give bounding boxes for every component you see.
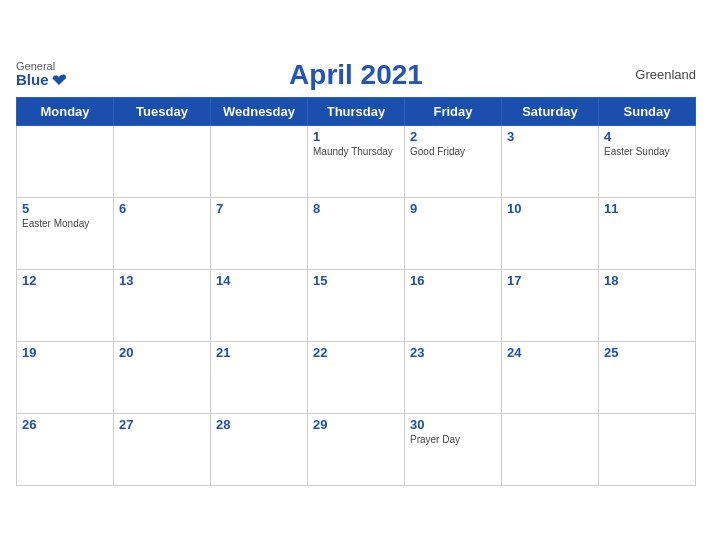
calendar-week-row: 1Maundy Thursday2Good Friday34Easter Sun… bbox=[17, 125, 696, 197]
calendar-cell: 20 bbox=[114, 341, 211, 413]
day-number: 15 bbox=[313, 273, 399, 288]
calendar-week-row: 19202122232425 bbox=[17, 341, 696, 413]
day-number: 7 bbox=[216, 201, 302, 216]
calendar-cell: 15 bbox=[308, 269, 405, 341]
weekday-header-monday: Monday bbox=[17, 97, 114, 125]
weekday-header-saturday: Saturday bbox=[502, 97, 599, 125]
day-number: 24 bbox=[507, 345, 593, 360]
calendar-week-row: 12131415161718 bbox=[17, 269, 696, 341]
weekday-header-wednesday: Wednesday bbox=[211, 97, 308, 125]
day-number: 19 bbox=[22, 345, 108, 360]
day-number: 14 bbox=[216, 273, 302, 288]
calendar-title: April 2021 bbox=[289, 59, 423, 91]
day-number: 29 bbox=[313, 417, 399, 432]
holiday-name: Easter Sunday bbox=[604, 146, 690, 158]
calendar-cell: 21 bbox=[211, 341, 308, 413]
calendar-cell: 8 bbox=[308, 197, 405, 269]
day-number: 17 bbox=[507, 273, 593, 288]
calendar-cell: 12 bbox=[17, 269, 114, 341]
weekday-header-row: MondayTuesdayWednesdayThursdayFridaySatu… bbox=[17, 97, 696, 125]
calendar-cell: 9 bbox=[405, 197, 502, 269]
calendar-header: General Blue April 2021 Greenland bbox=[16, 59, 696, 91]
day-number: 6 bbox=[119, 201, 205, 216]
day-number: 9 bbox=[410, 201, 496, 216]
day-number: 20 bbox=[119, 345, 205, 360]
day-number: 4 bbox=[604, 129, 690, 144]
day-number: 10 bbox=[507, 201, 593, 216]
day-number: 25 bbox=[604, 345, 690, 360]
calendar-cell bbox=[502, 413, 599, 485]
day-number: 3 bbox=[507, 129, 593, 144]
calendar-cell bbox=[17, 125, 114, 197]
weekday-header-friday: Friday bbox=[405, 97, 502, 125]
calendar-cell: 1Maundy Thursday bbox=[308, 125, 405, 197]
calendar-cell: 26 bbox=[17, 413, 114, 485]
day-number: 23 bbox=[410, 345, 496, 360]
calendar-cell: 24 bbox=[502, 341, 599, 413]
calendar-container: General Blue April 2021 Greenland Monday… bbox=[0, 49, 712, 502]
weekday-header-tuesday: Tuesday bbox=[114, 97, 211, 125]
calendar-cell: 23 bbox=[405, 341, 502, 413]
calendar-cell: 11 bbox=[599, 197, 696, 269]
day-number: 27 bbox=[119, 417, 205, 432]
logo-blue-text: Blue bbox=[16, 72, 49, 89]
calendar-cell: 19 bbox=[17, 341, 114, 413]
calendar-cell bbox=[114, 125, 211, 197]
calendar-cell: 17 bbox=[502, 269, 599, 341]
day-number: 5 bbox=[22, 201, 108, 216]
day-number: 13 bbox=[119, 273, 205, 288]
day-number: 12 bbox=[22, 273, 108, 288]
day-number: 18 bbox=[604, 273, 690, 288]
calendar-cell: 28 bbox=[211, 413, 308, 485]
calendar-cell: 29 bbox=[308, 413, 405, 485]
holiday-name: Good Friday bbox=[410, 146, 496, 158]
holiday-name: Easter Monday bbox=[22, 218, 108, 230]
calendar-cell bbox=[211, 125, 308, 197]
holiday-name: Prayer Day bbox=[410, 434, 496, 446]
calendar-cell: 16 bbox=[405, 269, 502, 341]
calendar-cell bbox=[599, 413, 696, 485]
day-number: 21 bbox=[216, 345, 302, 360]
calendar-cell: 6 bbox=[114, 197, 211, 269]
calendar-cell: 5Easter Monday bbox=[17, 197, 114, 269]
weekday-header-thursday: Thursday bbox=[308, 97, 405, 125]
calendar-cell: 27 bbox=[114, 413, 211, 485]
calendar-cell: 3 bbox=[502, 125, 599, 197]
calendar-week-row: 5Easter Monday67891011 bbox=[17, 197, 696, 269]
calendar-cell: 10 bbox=[502, 197, 599, 269]
calendar-cell: 4Easter Sunday bbox=[599, 125, 696, 197]
calendar-cell: 18 bbox=[599, 269, 696, 341]
calendar-cell: 13 bbox=[114, 269, 211, 341]
calendar-region: Greenland bbox=[635, 67, 696, 82]
day-number: 30 bbox=[410, 417, 496, 432]
logo-bird-icon bbox=[51, 73, 67, 89]
calendar-cell: 22 bbox=[308, 341, 405, 413]
day-number: 22 bbox=[313, 345, 399, 360]
holiday-name: Maundy Thursday bbox=[313, 146, 399, 158]
day-number: 26 bbox=[22, 417, 108, 432]
calendar-cell: 14 bbox=[211, 269, 308, 341]
day-number: 16 bbox=[410, 273, 496, 288]
calendar-cell: 2Good Friday bbox=[405, 125, 502, 197]
day-number: 8 bbox=[313, 201, 399, 216]
day-number: 28 bbox=[216, 417, 302, 432]
day-number: 11 bbox=[604, 201, 690, 216]
calendar-grid: MondayTuesdayWednesdayThursdayFridaySatu… bbox=[16, 97, 696, 486]
day-number: 1 bbox=[313, 129, 399, 144]
day-number: 2 bbox=[410, 129, 496, 144]
logo: General Blue bbox=[16, 60, 67, 89]
weekday-header-sunday: Sunday bbox=[599, 97, 696, 125]
calendar-cell: 25 bbox=[599, 341, 696, 413]
calendar-cell: 30Prayer Day bbox=[405, 413, 502, 485]
calendar-cell: 7 bbox=[211, 197, 308, 269]
calendar-week-row: 2627282930Prayer Day bbox=[17, 413, 696, 485]
